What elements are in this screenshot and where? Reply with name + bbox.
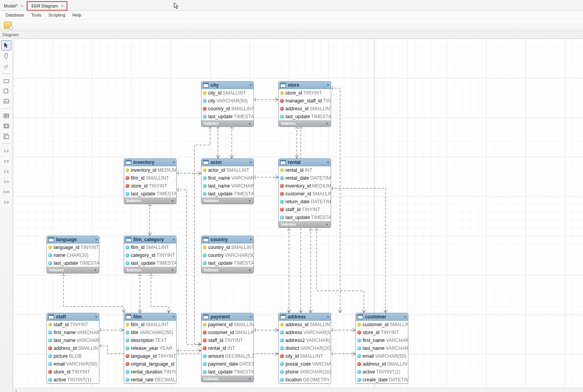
column-row[interactable]: customer_id SMALLINT bbox=[279, 190, 331, 198]
expand-icon[interactable]: ▸ bbox=[249, 121, 251, 125]
column-row[interactable]: city_id SMALLINT bbox=[279, 352, 331, 360]
rel-1-n-nonid[interactable]: 1:n bbox=[2, 156, 11, 166]
column-row[interactable]: manager_staff_id TINYINT bbox=[279, 97, 331, 105]
column-row[interactable]: payment_id SMALLINT bbox=[201, 321, 253, 329]
column-row[interactable]: country_id SMALLINT bbox=[201, 243, 253, 251]
column-row[interactable]: active TINYINT(1) bbox=[356, 368, 408, 376]
column-row[interactable]: last_update TIMESTAMP bbox=[201, 190, 253, 197]
entity-footer[interactable]: Indexes ▸ bbox=[201, 197, 253, 204]
entity-film_category[interactable]: film_category ▾ film_id SMALLINT categor… bbox=[124, 236, 177, 273]
column-row[interactable]: film_id SMALLINT bbox=[124, 321, 176, 329]
entity-header[interactable]: film_category ▾ bbox=[124, 236, 176, 243]
column-row[interactable]: last_name VARCHAR(45) bbox=[356, 344, 408, 352]
expand-icon[interactable]: ▸ bbox=[326, 121, 328, 125]
entity-header[interactable]: payment ▾ bbox=[201, 313, 253, 321]
column-row[interactable]: last_update TIMESTAMP bbox=[279, 113, 331, 120]
rel-1-n-pick[interactable]: 1:n bbox=[2, 197, 11, 207]
expand-icon[interactable]: ▸ bbox=[249, 199, 251, 203]
rel-1-n-id[interactable]: 1:n bbox=[2, 177, 11, 186]
column-row[interactable]: last_name VARCHAR(45) bbox=[201, 182, 253, 190]
column-row[interactable]: category_id TINYINT bbox=[124, 251, 176, 259]
collapse-icon[interactable]: ▾ bbox=[404, 315, 406, 319]
column-row[interactable]: last_update TIMESTAMP bbox=[124, 259, 176, 267]
column-row[interactable]: country VARCHAR(50) bbox=[201, 251, 253, 259]
view-tool[interactable] bbox=[2, 121, 11, 131]
column-row[interactable]: address_id SMALLINT bbox=[356, 360, 408, 368]
column-row[interactable]: active TINYINT(1) bbox=[47, 376, 99, 383]
entity-header[interactable]: staff ▾ bbox=[47, 313, 99, 321]
entity-footer[interactable]: Indexes ▸ bbox=[124, 197, 176, 204]
column-row[interactable]: staff_id TINYINT bbox=[47, 321, 99, 329]
column-row[interactable]: first_name VARCHAR(45) bbox=[356, 336, 408, 344]
entity-customer[interactable]: customer ▾ customer_id SMALLINT store_id… bbox=[356, 313, 408, 384]
column-row[interactable]: rental_rate DECIMAL(4,2) bbox=[124, 376, 176, 383]
column-row[interactable]: staff_id TINYINT bbox=[201, 336, 253, 344]
entity-header[interactable]: rental ▾ bbox=[279, 159, 331, 166]
column-row[interactable]: rental_id INT bbox=[279, 166, 331, 174]
expand-icon[interactable]: ▸ bbox=[326, 222, 328, 226]
horizontal-scrollbar[interactable]: ‹ bbox=[13, 388, 583, 392]
collapse-icon[interactable]: ▾ bbox=[250, 238, 252, 242]
column-row[interactable]: inventory_id MEDIUMINT bbox=[124, 166, 176, 174]
rel-1-1-id[interactable]: 1:1 bbox=[2, 167, 11, 176]
column-row[interactable]: rental_date DATETIME bbox=[279, 174, 331, 182]
column-row[interactable]: description TEXT bbox=[124, 336, 176, 344]
column-row[interactable]: picture BLOB bbox=[47, 352, 99, 360]
entity-footer[interactable]: Indexes ▸ bbox=[124, 267, 176, 273]
column-row[interactable]: amount DECIMAL(5,2) bbox=[201, 352, 253, 360]
column-row[interactable]: first_name VARCHAR(45) bbox=[201, 174, 253, 182]
column-row[interactable]: customer_id SMALLINT bbox=[201, 329, 253, 336]
collapse-icon[interactable]: ▾ bbox=[250, 83, 252, 87]
entity-country[interactable]: country ▾ country_id SMALLINT country VA… bbox=[201, 236, 254, 273]
column-row[interactable]: store_id TINYINT bbox=[356, 329, 408, 336]
column-row[interactable]: rental_id INT bbox=[201, 344, 253, 352]
column-row[interactable]: actor_id SMALLINT bbox=[201, 166, 253, 174]
rel-1-1-nonid[interactable]: 1:1 bbox=[2, 146, 11, 156]
expand-icon[interactable]: ▸ bbox=[172, 268, 174, 272]
column-row[interactable]: film_id SMALLINT bbox=[124, 174, 176, 182]
column-row[interactable]: address VARCHAR(50) bbox=[279, 329, 331, 336]
column-row[interactable]: store_id TINYINT bbox=[47, 368, 99, 376]
entity-payment[interactable]: payment ▾ payment_id SMALLINT customer_i… bbox=[201, 313, 254, 382]
column-row[interactable]: inventory_id MEDIUMINT bbox=[279, 182, 331, 190]
column-row[interactable]: country_id SMALLINT bbox=[201, 105, 253, 113]
table-tool[interactable] bbox=[2, 111, 11, 121]
collapse-icon[interactable]: ▾ bbox=[95, 238, 97, 242]
entity-rental[interactable]: rental ▾ rental_id INT rental_date DATET… bbox=[278, 158, 331, 228]
column-row[interactable]: title VARCHAR(255) bbox=[124, 329, 176, 336]
column-row[interactable]: email VARCHAR(50) bbox=[47, 360, 99, 368]
column-row[interactable]: postal_code VARCHAR(10) bbox=[279, 360, 331, 368]
menu-database[interactable]: Database bbox=[6, 13, 24, 17]
collapse-icon[interactable]: ▾ bbox=[173, 315, 175, 319]
column-row[interactable]: address_id SMALLINT bbox=[47, 344, 99, 352]
entity-city[interactable]: city ▾ city_id SMALLINT city VARCHAR(50)… bbox=[201, 81, 254, 127]
entity-header[interactable]: store ▾ bbox=[279, 82, 331, 89]
new-document-icon[interactable] bbox=[4, 22, 12, 29]
column-row[interactable]: store_id TINYINT bbox=[279, 89, 331, 97]
entity-store[interactable]: store ▾ store_id TINYINT manager_staff_i… bbox=[278, 81, 331, 127]
collapse-icon[interactable]: ▾ bbox=[327, 315, 329, 319]
collapse-icon[interactable]: ▾ bbox=[173, 238, 175, 242]
routine-tool[interactable] bbox=[2, 132, 11, 141]
menu-help[interactable]: Help bbox=[73, 13, 82, 17]
entity-footer[interactable]: Indexes ▸ bbox=[279, 221, 331, 227]
entity-footer[interactable]: Indexes ▸ bbox=[201, 267, 253, 273]
column-row[interactable]: rental_duration TINYINT bbox=[124, 368, 176, 376]
entity-film[interactable]: film ▾ film_id SMALLINT title VARCHAR(25… bbox=[124, 313, 177, 384]
entity-footer[interactable]: Indexes ▸ bbox=[201, 120, 253, 126]
column-row[interactable]: first_name VARCHAR(45) bbox=[47, 329, 99, 336]
entity-address[interactable]: address ▾ address_id SMALLINT address VA… bbox=[278, 313, 331, 384]
scroll-left-icon[interactable]: ‹ bbox=[13, 388, 19, 392]
column-row[interactable]: create_date DATETIME bbox=[356, 376, 408, 383]
entity-header[interactable]: inventory ▾ bbox=[124, 159, 176, 166]
image-tool[interactable] bbox=[2, 97, 11, 106]
collapse-icon[interactable]: ▾ bbox=[173, 160, 175, 164]
column-row[interactable]: store_id TINYINT bbox=[124, 182, 176, 190]
diagram-canvas[interactable]: city ▾ city_id SMALLINT city VARCHAR(50)… bbox=[13, 39, 583, 392]
entity-header[interactable]: language ▾ bbox=[47, 236, 99, 243]
entity-header[interactable]: country ▾ bbox=[201, 236, 253, 243]
column-row[interactable]: payment_date DATETIME bbox=[201, 360, 253, 368]
collapse-icon[interactable]: ▾ bbox=[250, 160, 252, 164]
collapse-icon[interactable]: ▾ bbox=[250, 315, 252, 319]
menu-scripting[interactable]: Scripting bbox=[48, 13, 65, 17]
